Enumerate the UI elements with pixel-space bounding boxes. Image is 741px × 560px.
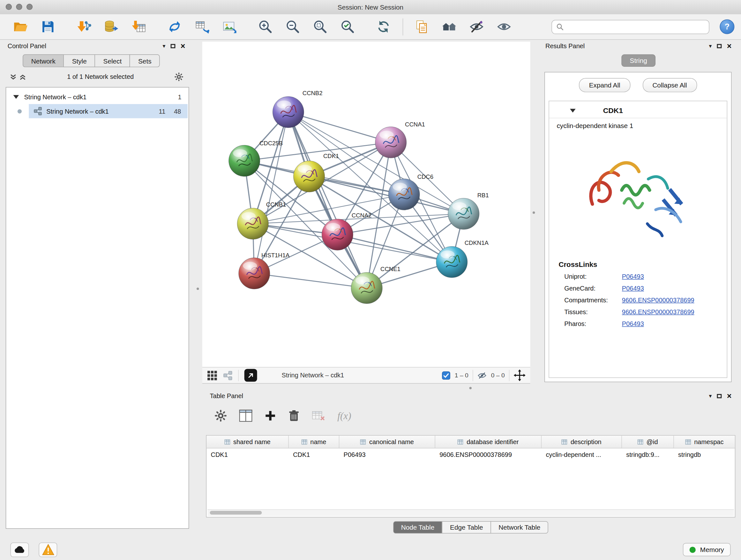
column-header[interactable]: @id (622, 435, 674, 448)
horizontal-scrollbar[interactable] (207, 509, 734, 516)
network-node-ccne1[interactable] (351, 272, 382, 304)
horizontal-splitter-handle[interactable] (469, 387, 472, 389)
network-node-ccnb2[interactable] (273, 97, 304, 128)
open-session-button[interactable] (10, 16, 30, 37)
crosslink-link[interactable]: P06493 (622, 273, 644, 280)
grid-view-icon[interactable] (207, 370, 218, 381)
tab-sets[interactable]: Sets (130, 54, 160, 67)
network-node-rb1[interactable] (448, 198, 479, 230)
gear-icon[interactable] (174, 72, 183, 81)
tab-style[interactable]: Style (64, 54, 95, 67)
pan-crosshair-icon[interactable] (514, 369, 526, 381)
panel-float-icon[interactable] (717, 44, 722, 48)
tab-network[interactable]: Network (23, 54, 64, 67)
import-table-button[interactable] (129, 16, 148, 37)
cell-database-identifier[interactable]: 9606.ENSP00000378699 (435, 451, 542, 458)
section-collapse-icon[interactable] (570, 109, 576, 113)
network-node-cdkn1a[interactable] (436, 246, 468, 278)
import-network-database-button[interactable] (101, 16, 121, 37)
network-view[interactable]: CCNB2CCNA1CDC25BCDK1CDC6RB1CCNB1CCNA2CDK… (202, 42, 530, 367)
table-row[interactable]: CDK1 CDK1 P06493 9606.ENSP00000378699 cy… (206, 448, 735, 461)
cell-description[interactable]: cyclin-dependent ... (542, 451, 622, 458)
network-node-ccnb1[interactable] (237, 208, 268, 240)
network-edge[interactable] (254, 112, 288, 273)
network-edge[interactable] (288, 112, 367, 288)
show-button[interactable] (494, 16, 514, 37)
zoom-in-button[interactable] (255, 16, 275, 37)
panel-close-icon[interactable]: × (727, 42, 732, 50)
delete-table-icon[interactable] (312, 410, 325, 422)
network-node-ccna1[interactable] (375, 127, 407, 158)
crosslink-link[interactable]: 9606.ENSP00000378699 (622, 308, 694, 315)
add-column-plus-icon[interactable] (265, 410, 276, 422)
import-network-file-button[interactable] (74, 16, 93, 37)
help-button[interactable]: ? (720, 19, 734, 34)
network-from-table-button[interactable] (192, 16, 212, 37)
panel-menu-caret-icon[interactable]: ▾ (162, 43, 165, 49)
tree-expand-icon[interactable] (13, 95, 19, 99)
hide-button[interactable] (467, 16, 486, 37)
zoom-selected-button[interactable] (337, 16, 357, 37)
window-minimize-button[interactable] (16, 4, 22, 10)
panel-float-icon[interactable] (171, 44, 176, 48)
window-zoom-button[interactable] (26, 4, 32, 10)
cell-namespace[interactable]: stringdb (674, 451, 735, 458)
column-header[interactable]: name (289, 435, 339, 448)
panel-float-icon[interactable] (717, 394, 722, 398)
panel-menu-caret-icon[interactable]: ▾ (709, 43, 712, 49)
panel-close-icon[interactable]: × (181, 42, 185, 50)
show-columns-icon[interactable] (239, 410, 252, 422)
panel-menu-caret-icon[interactable]: ▾ (709, 393, 712, 399)
network-canvas[interactable]: CCNB2CCNA1CDC25BCDK1CDC6RB1CCNB1CCNA2CDK… (202, 42, 530, 367)
scrollbar-thumb[interactable] (210, 511, 262, 515)
column-header[interactable]: database identifier (435, 435, 542, 448)
table-settings-gear-icon[interactable] (214, 410, 227, 422)
tab-network-table[interactable]: Network Table (490, 521, 548, 534)
copy-document-button[interactable] (412, 16, 431, 37)
cybrowser-button[interactable] (439, 16, 459, 37)
warnings-button[interactable] (39, 542, 57, 557)
column-header[interactable]: shared name (206, 435, 289, 448)
network-node-hist1h1a[interactable] (239, 258, 270, 289)
crosslink-link[interactable]: P06493 (622, 285, 644, 292)
column-header[interactable]: description (542, 435, 622, 448)
cell-canonical-name[interactable]: P06493 (339, 451, 435, 458)
cell-name[interactable]: CDK1 (289, 451, 339, 458)
search-input[interactable] (567, 22, 704, 31)
expand-all-button[interactable]: Expand All (579, 78, 630, 92)
vertical-splitter-handle[interactable] (197, 288, 199, 290)
new-network-button[interactable] (164, 16, 184, 37)
memory-button[interactable]: Memory (683, 543, 731, 556)
selected-checkbox-icon[interactable] (442, 371, 451, 380)
network-node-cdc25b[interactable] (229, 145, 260, 177)
tab-string[interactable]: String (621, 54, 656, 67)
network-node-cdk1[interactable] (293, 161, 325, 192)
collapse-all-icon[interactable] (10, 73, 17, 81)
column-header[interactable]: canonical name (339, 435, 435, 448)
crosslink-link[interactable]: 9606.ENSP00000378699 (622, 297, 694, 304)
window-close-button[interactable] (6, 4, 12, 10)
zoom-out-button[interactable] (283, 16, 302, 37)
network-edge[interactable] (337, 235, 452, 262)
network-edge[interactable] (288, 112, 391, 142)
cell-shared-name[interactable]: CDK1 (206, 451, 289, 458)
column-header[interactable]: namespac (674, 435, 735, 448)
vertical-splitter-handle[interactable] (533, 211, 535, 213)
cloud-button[interactable] (10, 542, 29, 557)
hidden-eye-slash-icon[interactable] (477, 372, 487, 379)
apply-layout-button[interactable] (374, 16, 393, 37)
crosslink-link[interactable]: P06493 (622, 320, 644, 327)
tab-node-table[interactable]: Node Table (393, 521, 442, 534)
network-edge[interactable] (254, 273, 367, 288)
tab-select[interactable]: Select (95, 54, 130, 67)
network-row[interactable]: String Network – cdk1 11 48 (6, 104, 189, 118)
selected-network-highlight[interactable]: String Network – cdk1 11 48 (29, 104, 188, 118)
tab-edge-table[interactable]: Edge Table (442, 521, 491, 534)
panel-close-icon[interactable]: × (727, 392, 732, 400)
function-builder-icon[interactable]: f(x) (337, 410, 351, 422)
network-node-cdc6[interactable] (388, 179, 420, 210)
cell-id[interactable]: stringdb:9... (622, 451, 674, 458)
share-network-icon[interactable] (223, 371, 232, 380)
delete-trash-icon[interactable] (288, 410, 300, 422)
export-image-button[interactable] (219, 16, 239, 37)
